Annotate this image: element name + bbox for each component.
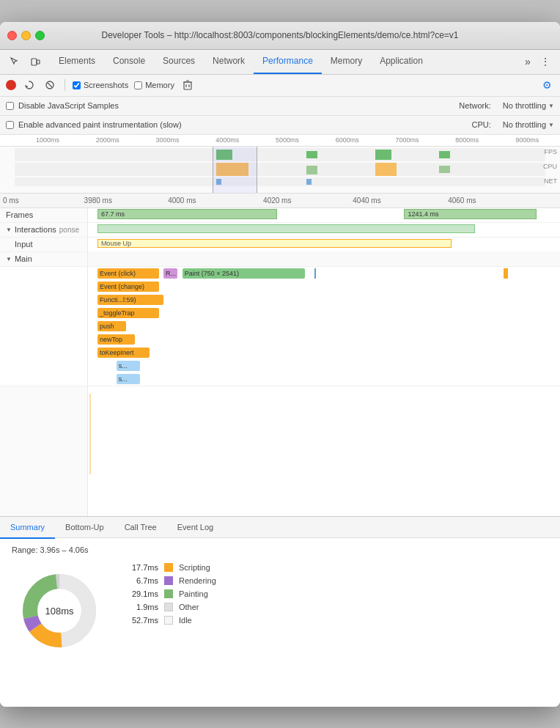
more-tabs-icon[interactable]: » [519,53,537,70]
event-row-8-label [0,359,88,372]
options-right-2: CPU: No throttling ▼ [471,120,554,129]
event-toggle[interactable]: _toggleTrap [97,308,159,318]
event-s-1[interactable]: s... [117,361,140,371]
legend-row-other: 1.9ms Other [122,603,216,611]
event-row-6-label [0,333,88,346]
event-push[interactable]: push [97,321,126,331]
tab-call-tree[interactable]: Call Tree [114,517,167,539]
inspect-icon[interactable] [6,53,23,70]
main-triangle[interactable]: ▼ [6,256,12,262]
overview-ruler: 1000ms 2000ms 3000ms 4000ms 5000ms 6000m… [0,135,560,147]
options-left-2: Enable advanced paint instrumentation (s… [6,120,182,129]
ruler-tick-4: 4000ms [197,136,257,144]
memory-label: Memory [145,81,174,89]
tab-more: » ⋮ [519,53,554,70]
tab-memory[interactable]: Memory [322,49,371,74]
screenshots-label: Screenshots [84,81,128,89]
timeline-main[interactable]: 0 ms 3980 ms 4000 ms 4020 ms 4040 ms 406… [0,194,560,516]
legend-label-other: Other [179,603,199,611]
event-functi[interactable]: Functi...l:59) [97,295,163,305]
blue-tick-1 [314,268,316,279]
enable-paint-checkbox[interactable] [6,121,14,129]
tab-performance[interactable]: Performance [254,49,322,74]
input-bar: Mouse Up [97,239,452,248]
track-event-row-5: push [0,320,560,333]
ruler-tick-8: 8000ms [437,136,497,144]
event-change[interactable]: Event (change) [97,282,159,292]
event-newtop[interactable]: newTop [97,334,136,345]
event-row-6-content: newTop [88,333,560,346]
devtools-menu-icon[interactable]: ⋮ [537,53,554,70]
memory-checkbox-group: Memory [134,81,174,89]
memory-checkbox[interactable] [134,81,142,89]
svg-rect-0 [32,59,37,65]
nav-icons [6,53,44,70]
tab-console[interactable]: Console [104,49,154,74]
legend-value-painting: 29.1ms [122,589,158,598]
screenshots-checkbox[interactable] [73,81,81,89]
devtools-nav: Elements Console Sources Network Perform… [0,50,560,75]
delete-button[interactable] [180,78,195,92]
svg-line-3 [48,83,52,87]
device-icon[interactable] [26,53,44,70]
tab-sources[interactable]: Sources [154,49,204,74]
event-r[interactable]: R... [163,268,177,279]
network-dropdown[interactable]: No throttling ▼ [503,101,554,110]
input-content: Mouse Up [88,237,560,251]
donut-chart: 108ms [12,563,107,658]
event-row-3-label [0,293,88,306]
fps-label: FPS [544,148,557,155]
reload-button[interactable] [22,78,37,92]
event-row-7-label [0,346,88,359]
options-right: Network: No throttling ▼ [459,101,554,110]
ruler-tick-2: 2000ms [78,136,138,144]
cpu-label: CPU [543,163,557,170]
record-button[interactable] [6,80,16,90]
cpu-value: No throttling [503,120,546,129]
clear-button[interactable] [43,78,57,92]
legend-color-painting [164,589,173,598]
event-row-1-content: Event (click) R... Paint (750 × 2541) [88,267,560,280]
main-content-header [88,251,560,266]
track-event-row-8: s... [0,359,560,372]
event-keep[interactable]: toKeepInert [97,348,150,358]
bottom-tabs: Summary Bottom-Up Call Tree Event Log [0,516,560,538]
settings-icon[interactable]: ⚙ [539,78,554,92]
event-row-5-content: push [88,320,560,333]
track-input: Input Mouse Up [0,238,560,252]
tab-application[interactable]: Application [371,49,432,74]
timeline-overview[interactable]: 1000ms 2000ms 3000ms 4000ms 5000ms 6000m… [0,135,560,194]
event-row-2-label [0,280,88,293]
tab-event-log[interactable]: Event Log [167,517,224,539]
legend-value-idle: 52.7ms [122,616,158,625]
tab-bottom-up[interactable]: Bottom-Up [55,517,114,539]
ruler-tick-6: 6000ms [317,136,377,144]
input-label: Input [0,238,88,251]
network-arrow: ▼ [548,103,554,109]
maximize-button[interactable] [35,31,45,40]
minimize-button[interactable] [21,31,31,40]
close-button[interactable] [7,31,17,40]
tab-network[interactable]: Network [204,49,254,74]
event-row-4-label [0,306,88,320]
summary-panel: Range: 3.96s – 4.06s [0,538,560,707]
event-click[interactable]: Event (click) [97,268,159,279]
interactions-triangle[interactable]: ▼ [6,227,12,233]
enable-paint-label: Enable advanced paint instrumentation (s… [18,120,182,129]
cpu-dropdown[interactable]: No throttling ▼ [503,120,554,129]
event-s-2[interactable]: s... [117,374,140,384]
legend-color-scripting [164,563,173,572]
tab-elements[interactable]: Elements [50,49,104,74]
svg-rect-4 [184,82,191,89]
disable-js-checkbox[interactable] [6,102,14,110]
time-ruler-row: 0 ms 3980 ms 4000 ms 4020 ms 4040 ms 406… [0,194,560,208]
tab-summary[interactable]: Summary [0,517,55,539]
ruler-tick-5: 5000ms [257,136,317,144]
toolbar-right: ⚙ [539,78,554,92]
event-row-9-content: s... [88,372,560,386]
frames-content: 67.7 ms 1241.4 ms [88,207,560,222]
event-paint[interactable]: Paint (750 × 2541) [183,268,305,279]
legend-value-scripting: 17.7ms [122,563,158,572]
cpu-arrow: ▼ [548,122,554,128]
options-row-2: Enable advanced paint instrumentation (s… [0,116,560,135]
